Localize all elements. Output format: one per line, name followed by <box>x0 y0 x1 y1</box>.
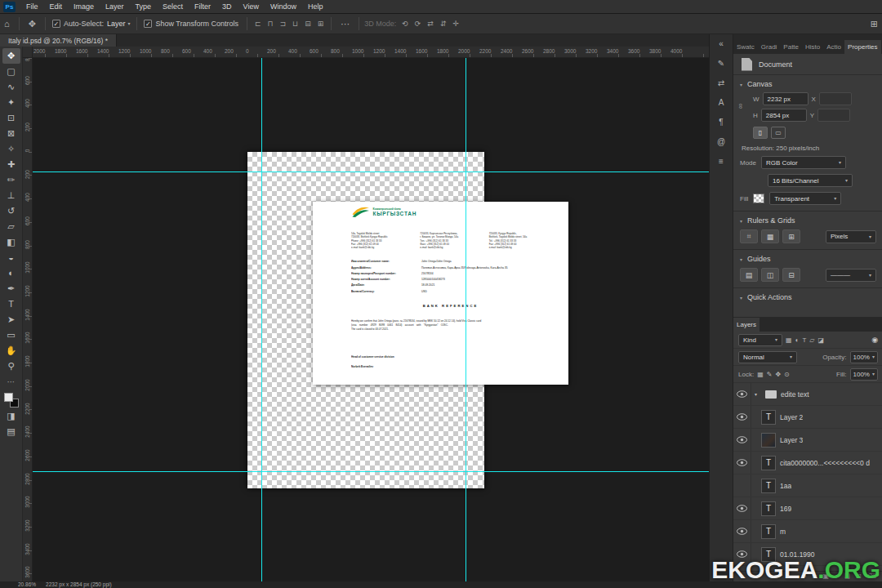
menu-type[interactable]: Type <box>130 2 158 11</box>
frame-tool[interactable]: ⊠ <box>2 126 20 141</box>
filter-adjustment-layers-icon[interactable]: ◐ <box>795 336 800 344</box>
tab-layers[interactable]: Layers <box>733 318 760 332</box>
layer-row[interactable]: Layer 3 <box>733 429 882 452</box>
blur-tool[interactable]: ◒ <box>2 250 20 265</box>
quick-actions-section-header[interactable]: ▾ Quick Actions <box>733 288 882 304</box>
zoom-tool[interactable]: ⚲ <box>2 359 20 374</box>
ruler-origin-corner[interactable] <box>23 47 33 58</box>
foreground-color-swatch[interactable] <box>4 393 13 402</box>
visibility-toggle[interactable] <box>733 497 751 519</box>
group-expand-icon[interactable]: ▾ <box>755 391 761 397</box>
align-right-icon[interactable]: ⊐ <box>278 20 289 28</box>
panel-tab-gradi[interactable]: Gradi <box>758 40 781 54</box>
vertical-ruler[interactable]: 8006004002000200400600800100012001400160… <box>23 58 33 581</box>
marquee-tool[interactable]: ▢ <box>2 64 20 79</box>
roll-3d-icon[interactable]: ⟳ <box>412 20 424 28</box>
glyphs-panel-icon[interactable]: @ <box>713 135 729 148</box>
brush-settings-icon[interactable]: ✎ <box>713 56 729 69</box>
layer-filter-dropdown[interactable]: Kind ▾ <box>738 334 782 346</box>
layer-row[interactable]: Tcita0000000...<<<<<<<<<0 d <box>733 452 882 474</box>
path-selection-tool[interactable]: ➤ <box>2 312 20 327</box>
text-layer-thumbnail[interactable]: T <box>761 456 776 470</box>
eyedropper-tool[interactable]: ✧ <box>2 141 20 157</box>
visibility-toggle[interactable] <box>733 474 751 497</box>
visibility-toggle[interactable] <box>733 383 751 405</box>
panel-tab-patte[interactable]: Patte <box>780 40 802 54</box>
guide[interactable] <box>33 172 709 172</box>
pen-tool[interactable]: ✒ <box>2 281 20 296</box>
gradient-tool[interactable]: ◧ <box>2 234 20 250</box>
link-dimensions-icon[interactable]: ∞ <box>737 104 745 109</box>
toggle-grid-icon[interactable]: ▦ <box>761 229 779 243</box>
menu-view[interactable]: View <box>238 2 265 11</box>
drag-3d-icon[interactable]: ⇄ <box>425 20 436 28</box>
menu-help[interactable]: Help <box>302 2 329 11</box>
brush-tool[interactable]: ✏ <box>2 172 20 188</box>
new-guide-icon[interactable]: ▤ <box>740 268 758 282</box>
home-icon[interactable]: ⌂ <box>0 19 14 29</box>
guides-section-header[interactable]: ▾ Guides <box>733 250 882 265</box>
canvas-section-header[interactable]: ▾ Canvas <box>733 75 882 91</box>
active-tool-icon[interactable]: ✥ <box>24 19 40 29</box>
auto-select-checkbox[interactable]: ✓ <box>52 20 60 28</box>
color-mode-dropdown[interactable]: RGB Color ▾ <box>761 156 846 169</box>
bit-depth-dropdown[interactable]: 16 Bits/Channel ▾ <box>768 174 853 187</box>
guide-style-dropdown[interactable]: ——— ▾ <box>826 269 876 282</box>
panel-tab-actio[interactable]: Actio <box>823 40 844 54</box>
align-bottom-icon[interactable]: ⊞ <box>315 20 327 28</box>
panel-tab-properties[interactable]: Properties <box>844 40 880 54</box>
lock-all-icon[interactable]: ⊙ <box>784 371 790 378</box>
units-dropdown[interactable]: Pixels ▾ <box>826 230 876 243</box>
layer-row[interactable]: TLayer 2 <box>733 406 882 429</box>
lock-pixels-icon[interactable]: ✎ <box>767 371 773 378</box>
lock-transparency-icon[interactable]: ▦ <box>757 371 764 378</box>
panel-tab-histo[interactable]: Histo <box>802 40 823 54</box>
height-field[interactable]: 2854 px <box>761 109 807 122</box>
clone-source-icon[interactable]: ⇄ <box>713 76 729 89</box>
crop-tool[interactable]: ⊡ <box>2 110 20 126</box>
align-left-icon[interactable]: ⊏ <box>252 20 264 28</box>
guide[interactable] <box>33 471 709 472</box>
menu-image[interactable]: Image <box>68 2 100 11</box>
filter-shape-layers-icon[interactable]: ▱ <box>809 336 814 344</box>
lock-position-icon[interactable]: ✥ <box>775 371 781 378</box>
layer-row[interactable]: Tm <box>733 520 882 543</box>
y-field[interactable] <box>817 109 850 122</box>
blend-mode-dropdown[interactable]: Normal ▾ <box>738 351 797 363</box>
type-tool[interactable]: T <box>2 296 20 312</box>
guide[interactable] <box>466 58 466 581</box>
filter-smart-objects-icon[interactable]: ◪ <box>817 336 824 344</box>
guide-layout-icon[interactable]: ◫ <box>761 268 779 282</box>
document-layer[interactable]: Коммерческий банк КЫРГЫЗСТАН 54a, Togolo… <box>313 202 568 385</box>
paragraph-panel-icon[interactable]: ¶ <box>713 115 729 128</box>
align-center-h-icon[interactable]: ⊓ <box>265 20 276 28</box>
align-top-icon[interactable]: ⊔ <box>290 20 301 28</box>
photoshop-logo-icon[interactable]: Ps <box>3 2 16 12</box>
layer-row[interactable]: ▾edite text <box>733 383 882 406</box>
visibility-toggle[interactable] <box>733 520 751 542</box>
menu-filter[interactable]: Filter <box>189 2 216 11</box>
orbit-3d-icon[interactable]: ⟲ <box>399 20 411 28</box>
move-tool[interactable]: ✥ <box>2 48 20 64</box>
menu-select[interactable]: Select <box>157 2 189 11</box>
collapse-dock-icon[interactable]: « <box>713 37 729 50</box>
quick-selection-tool[interactable]: ✦ <box>2 95 20 110</box>
opacity-dropdown[interactable]: 100% ▾ <box>850 351 878 363</box>
text-layer-thumbnail[interactable]: T <box>761 524 776 539</box>
filter-toggle-icon[interactable]: ◉ <box>871 336 878 344</box>
landscape-orientation-button[interactable]: ▭ <box>771 127 786 139</box>
screen-mode-icon[interactable]: ▤ <box>2 424 20 439</box>
layer-fill-dropdown[interactable]: 100% ▾ <box>850 368 878 381</box>
fill-dropdown[interactable]: Transparent ▾ <box>769 192 841 205</box>
rulers-grids-section-header[interactable]: ▾ Rulers & Grids <box>733 212 882 227</box>
healing-brush-tool[interactable]: ✚ <box>2 157 20 172</box>
filter-type-layers-icon[interactable]: T <box>802 336 806 344</box>
align-center-v-icon[interactable]: ⊟ <box>302 20 314 28</box>
text-layer-thumbnail[interactable]: T <box>761 501 776 516</box>
document-info[interactable]: 2232 px x 2854 px (250 ppi) <box>46 581 112 588</box>
portrait-orientation-button[interactable]: ▯ <box>753 127 768 139</box>
color-swatches[interactable] <box>3 392 20 408</box>
filter-pixel-layers-icon[interactable]: ▦ <box>786 336 792 344</box>
show-transform-checkbox[interactable]: ✓ <box>144 20 152 28</box>
menu-layer[interactable]: Layer <box>100 2 130 11</box>
